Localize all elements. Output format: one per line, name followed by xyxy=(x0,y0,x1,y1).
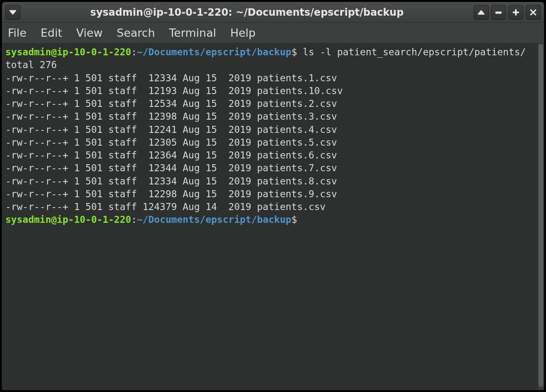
maximize-button[interactable] xyxy=(508,5,523,20)
menu-help[interactable]: Help xyxy=(230,26,256,39)
titlebar: sysadmin@ip-10-0-1-220: ~/Documents/epsc… xyxy=(2,2,544,23)
window-title: sysadmin@ip-10-0-1-220: ~/Documents/epsc… xyxy=(20,7,474,18)
app-menu-button[interactable] xyxy=(5,5,20,20)
minimize-button[interactable] xyxy=(491,5,506,20)
close-button[interactable] xyxy=(526,5,541,20)
menubar: File Edit View Search Terminal Help xyxy=(2,23,544,43)
terminal-window: sysadmin@ip-10-0-1-220: ~/Documents/epsc… xyxy=(2,2,544,390)
menu-terminal[interactable]: Terminal xyxy=(169,26,216,39)
menu-view[interactable]: View xyxy=(76,26,102,39)
menu-search[interactable]: Search xyxy=(117,26,155,39)
chevron-down-icon xyxy=(9,9,16,16)
terminal-output[interactable]: sysadmin@ip-10-0-1-220:~/Documents/epscr… xyxy=(2,43,537,390)
close-icon xyxy=(530,9,537,16)
svg-rect-2 xyxy=(513,12,518,13)
svg-rect-0 xyxy=(496,12,501,13)
menu-edit[interactable]: Edit xyxy=(40,26,62,39)
scrollbar[interactable] xyxy=(537,43,544,390)
minimize-icon xyxy=(495,9,502,16)
chevron-up-icon xyxy=(478,9,484,16)
plus-icon xyxy=(513,9,519,16)
menu-file[interactable]: File xyxy=(8,26,26,39)
terminal-body-wrap: sysadmin@ip-10-0-1-220:~/Documents/epscr… xyxy=(2,43,544,390)
keep-above-button[interactable] xyxy=(474,5,489,20)
scrollbar-thumb[interactable] xyxy=(539,44,543,387)
